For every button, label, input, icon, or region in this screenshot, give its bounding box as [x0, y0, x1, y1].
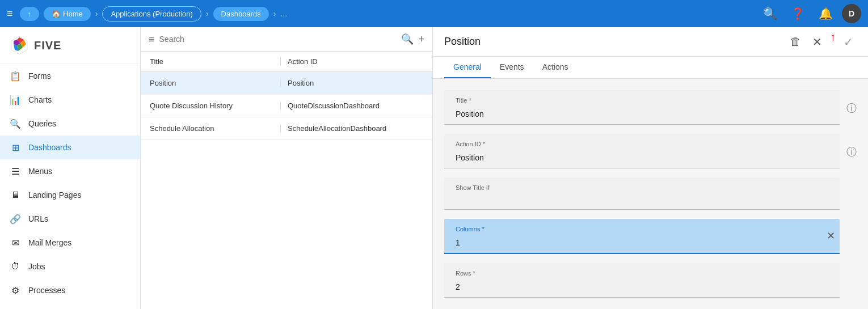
confirm-button[interactable]: ✓: [840, 33, 857, 51]
detail-header-actions: 🗑 ✕ ↑ ✓: [786, 33, 857, 51]
col-action-header: Action ID: [280, 57, 423, 66]
list-table-header: Title Action ID: [141, 52, 432, 72]
sidebar-item-label-dashboards: Dashboards: [28, 143, 71, 152]
columns-input[interactable]: [450, 236, 817, 252]
logo-text: FIVE: [34, 39, 61, 52]
five-logo-icon: [9, 35, 30, 56]
detail-panel: Position 🗑 ✕ ↑ ✓ General Events Actions: [433, 27, 868, 309]
sidebar-item-label-mail-merges: Mail Merges: [28, 238, 71, 247]
show-title-input[interactable]: [450, 194, 834, 208]
tab-actions[interactable]: Actions: [533, 57, 578, 78]
sidebar-logo: FIVE: [0, 27, 140, 64]
detail-title: Position: [444, 36, 786, 48]
sidebar-item-urls[interactable]: 🔗URLs: [0, 207, 140, 231]
action-id-field-label: Action ID *: [450, 137, 834, 149]
list-row[interactable]: Quote Discussion HistoryQuoteDiscussionD…: [141, 95, 432, 117]
row-action-id-0: Position: [280, 79, 423, 87]
up-button[interactable]: ↑: [20, 7, 40, 21]
chevron-icon-1: ›: [95, 9, 98, 18]
sidebar-item-landing-pages[interactable]: 🖥Landing Pages: [0, 183, 140, 207]
title-help-icon[interactable]: ⓘ: [846, 101, 857, 115]
sidebar-item-processes[interactable]: ⚙Processes: [0, 278, 140, 302]
sidebar-item-queries[interactable]: 🔍Queries: [0, 112, 140, 136]
dashboards-icon: ⊞: [9, 141, 22, 154]
sidebar-item-label-urls: URLs: [28, 214, 48, 223]
show-title-field-group: Show Title If: [444, 177, 840, 210]
sidebar-item-charts[interactable]: 📊Charts: [0, 88, 140, 112]
notifications-button[interactable]: 🔔: [814, 5, 837, 23]
chevron-icon-2: ›: [206, 9, 209, 18]
tab-general[interactable]: General: [444, 57, 491, 78]
sidebar-items: 📋Forms📊Charts🔍Queries⊞Dashboards☰Menus🖥L…: [0, 64, 140, 309]
forms-icon: 📋: [9, 70, 22, 82]
columns-field-group: Columns * ✕: [444, 219, 840, 254]
rows-input[interactable]: [450, 280, 834, 296]
sidebar-item-label-forms: Forms: [28, 71, 51, 81]
sidebar-item-jobs[interactable]: ⏱Jobs: [0, 255, 140, 278]
row-action-id-1: QuoteDiscussionDashboard: [280, 101, 423, 110]
home-label: Home: [63, 10, 83, 18]
columns-field-wrap: Columns * ✕: [444, 219, 840, 254]
sidebar-item-label-jobs: Jobs: [28, 262, 45, 271]
list-panel: ≡ 🔍 + Title Action ID PositionPositionQu…: [141, 27, 433, 309]
delete-button[interactable]: 🗑: [786, 33, 804, 50]
dashboards-label: Dashboards: [221, 10, 261, 18]
list-row[interactable]: Schedule AllocationScheduleAllocationDas…: [141, 117, 432, 140]
help-button[interactable]: ❓: [786, 5, 810, 23]
row-title-1: Quote Discussion History: [150, 101, 280, 110]
queries-icon: 🔍: [9, 117, 22, 130]
avatar[interactable]: D: [842, 4, 861, 23]
red-arrow-indicator: ↑: [830, 31, 836, 44]
landing-pages-icon: 🖥: [9, 189, 22, 201]
action-id-field-group: Action ID *: [444, 134, 840, 168]
filter-icon[interactable]: ≡: [149, 33, 155, 45]
list-rows: PositionPositionQuote Discussion History…: [141, 72, 432, 140]
action-id-field-box: Action ID *: [444, 134, 840, 168]
detail-tabs: General Events Actions: [433, 57, 868, 79]
action-id-help-icon[interactable]: ⓘ: [846, 145, 857, 159]
show-title-field-label: Show Title If: [450, 181, 834, 192]
tab-events[interactable]: Events: [491, 57, 533, 78]
sidebar-item-mail-merges[interactable]: ✉Mail Merges: [0, 231, 140, 255]
apps-button[interactable]: Applications (Production): [102, 6, 201, 22]
sidebar-item-label-menus: Menus: [28, 167, 52, 176]
sidebar-item-menus[interactable]: ☰Menus: [0, 159, 140, 183]
columns-field-label: Columns *: [450, 222, 834, 234]
search-icon[interactable]: 🔍: [401, 33, 414, 45]
row-action-id-2: ScheduleAllocationDashboard: [280, 124, 423, 133]
sidebar: FIVE 📋Forms📊Charts🔍Queries⊞Dashboards☰Me…: [0, 27, 141, 309]
menus-icon: ☰: [9, 165, 22, 177]
urls-icon: 🔗: [9, 213, 22, 225]
show-title-field-row: Show Title If ⓘ: [444, 177, 857, 210]
sidebar-item-forms[interactable]: 📋Forms: [0, 64, 140, 88]
sidebar-item-functions[interactable]: ƒFunctions: [0, 302, 140, 309]
close-button[interactable]: ✕: [809, 33, 825, 51]
detail-form: Title * ⓘ Action ID *: [433, 79, 868, 309]
processes-icon: ⚙: [9, 284, 22, 297]
detail-header: Position 🗑 ✕ ↑ ✓: [433, 27, 868, 57]
columns-clear-button[interactable]: ✕: [827, 230, 835, 242]
col-title-header: Title: [150, 57, 280, 66]
home-button[interactable]: 🏠 Home: [44, 7, 91, 21]
action-id-input[interactable]: [450, 151, 834, 167]
action-id-field-row: Action ID * ⓘ: [444, 134, 857, 168]
add-icon[interactable]: +: [418, 33, 424, 45]
jobs-icon: ⏱: [9, 260, 22, 273]
dashboards-button[interactable]: Dashboards: [213, 7, 269, 21]
title-input[interactable]: [450, 107, 834, 123]
ellipsis-label: ...: [280, 9, 287, 18]
mail-merges-icon: ✉: [9, 236, 22, 249]
hamburger-icon[interactable]: ≡: [7, 8, 13, 20]
charts-icon: 📊: [9, 94, 22, 106]
rows-field-group: Rows *: [444, 263, 840, 298]
search-input[interactable]: [159, 35, 397, 44]
sidebar-item-label-queries: Queries: [28, 119, 56, 128]
show-title-field-box: Show Title If: [444, 177, 840, 210]
columns-field-row: Columns * ✕ ⓘ: [444, 219, 857, 254]
search-global-button[interactable]: 🔍: [759, 5, 782, 23]
list-header: ≡ 🔍 +: [141, 27, 432, 52]
chevron-icon-3: ›: [273, 9, 276, 18]
sidebar-item-dashboards[interactable]: ⊞Dashboards: [0, 136, 140, 159]
list-row[interactable]: PositionPosition: [141, 72, 432, 95]
content-area: ≡ 🔍 + Title Action ID PositionPositionQu…: [141, 27, 868, 309]
